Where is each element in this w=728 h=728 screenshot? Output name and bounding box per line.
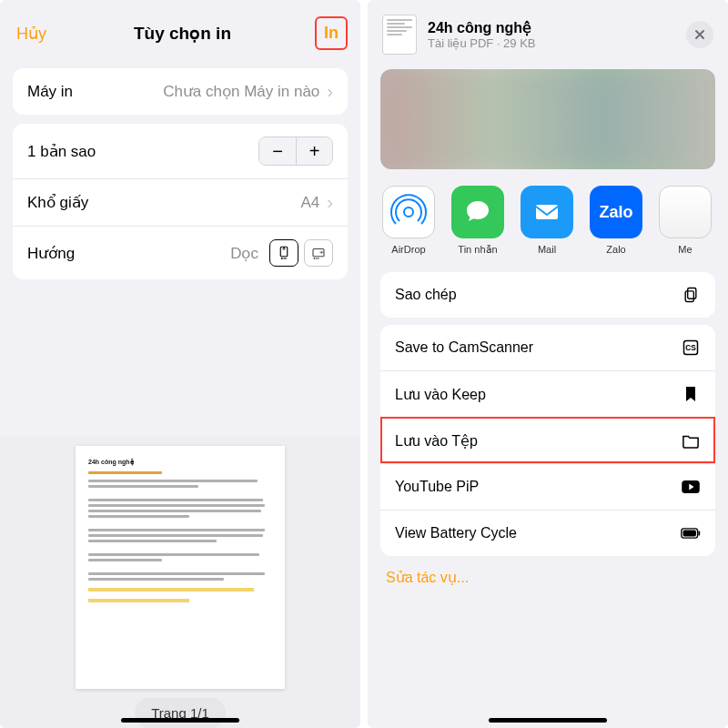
print-preview-area: 24h công nghệ Trang 1/1 — [0, 437, 360, 728]
printer-value: Chưa chọn Máy in nào — [163, 82, 319, 101]
action-label: Lưu vào Keep — [395, 386, 486, 403]
youtube-icon — [681, 477, 701, 497]
action-battery-cycle[interactable]: View Battery Cycle — [380, 510, 715, 556]
action-keep[interactable]: Lưu vào Keep — [380, 370, 715, 417]
camscanner-icon: CS — [681, 338, 701, 358]
more-icon — [659, 186, 712, 238]
printer-row[interactable]: Máy in Chưa chọn Máy in nào › — [13, 68, 348, 115]
share-app-messages[interactable]: Tin nhắn — [450, 186, 506, 256]
action-label: YouTube PiP — [395, 479, 479, 495]
chevron-right-icon: › — [327, 81, 333, 102]
share-app-mail[interactable]: Mail — [519, 186, 575, 256]
close-icon — [694, 29, 705, 40]
home-indicator — [489, 718, 607, 723]
copies-stepper[interactable]: − + — [258, 136, 333, 166]
action-label: Sao chép — [395, 287, 457, 303]
paper-size-row[interactable]: Khổ giấy A4 › — [13, 178, 348, 226]
chevron-right-icon: › — [327, 192, 333, 213]
messages-icon — [451, 186, 504, 238]
print-button[interactable]: In — [318, 20, 344, 46]
copies-minus-button[interactable]: − — [259, 137, 296, 165]
app-label: AirDrop — [379, 244, 439, 255]
copies-label: 1 bản sao — [27, 142, 96, 161]
landscape-icon — [310, 245, 327, 261]
home-indicator — [121, 718, 239, 723]
svg-point-1 — [281, 258, 283, 259]
edit-actions-link[interactable]: Sửa tác vụ... — [368, 556, 728, 599]
svg-rect-13 — [683, 531, 696, 537]
file-thumbnail-icon — [382, 15, 417, 55]
page-indicator: Trang 1/1 — [135, 698, 226, 728]
svg-rect-5 — [536, 205, 558, 219]
svg-point-4 — [404, 207, 413, 217]
cancel-button[interactable]: Hủy — [16, 24, 46, 44]
folder-icon — [681, 430, 701, 450]
orientation-landscape-button[interactable] — [304, 239, 333, 267]
actions-group-1: Sao chép — [380, 272, 715, 318]
app-label: Mail — [517, 244, 577, 255]
airdrop-icon — [382, 186, 435, 238]
share-sheet-screen: 24h công nghệ Tài liệu PDF · 29 KB AirDr… — [368, 0, 728, 728]
share-app-zalo[interactable]: Zalo Zalo — [588, 186, 644, 256]
action-save-to-files[interactable]: Lưu vào Tệp — [380, 417, 715, 463]
action-label: View Battery Cycle — [395, 525, 517, 541]
copy-icon — [681, 285, 701, 305]
app-label: Tin nhắn — [448, 244, 508, 256]
svg-point-3 — [314, 258, 316, 259]
action-youtube-pip[interactable]: YouTube PiP — [380, 463, 715, 510]
orientation-value: Dọc — [230, 244, 258, 263]
file-subtitle: Tài liệu PDF · 29 KB — [428, 36, 675, 50]
document-thumbnail[interactable]: 24h công nghệ — [76, 446, 285, 689]
bookmark-icon — [681, 384, 701, 404]
action-camscanner[interactable]: Save to CamScanner CS — [380, 325, 715, 370]
copies-plus-button[interactable]: + — [296, 137, 332, 165]
content-preview — [380, 69, 715, 169]
app-label: Zalo — [586, 244, 646, 255]
svg-rect-12 — [698, 531, 700, 535]
action-copy[interactable]: Sao chép — [380, 272, 715, 318]
print-settings-group: 1 bản sao − + Khổ giấy A4 › Hướng — [13, 124, 348, 279]
nav-bar: Hủy Tùy chọn in In — [0, 0, 360, 59]
mail-icon — [521, 186, 573, 238]
orientation-portrait-button[interactable] — [269, 239, 298, 267]
paper-size-label: Khổ giấy — [27, 193, 88, 212]
file-title: 24h công nghệ — [428, 19, 675, 36]
share-app-airdrop[interactable]: AirDrop — [380, 186, 437, 256]
paper-size-value: A4 — [301, 194, 320, 212]
orientation-row: Hướng Dọc — [13, 226, 348, 279]
action-label: Save to CamScanner — [395, 339, 533, 356]
orientation-label: Hướng — [27, 244, 75, 263]
printer-group: Máy in Chưa chọn Máy in nào › — [13, 68, 348, 115]
share-apps-row: AirDrop Tin nhắn Mail Zalo Zalo — [368, 169, 728, 265]
printer-label: Máy in — [27, 83, 73, 101]
svg-text:CS: CS — [685, 343, 696, 352]
svg-rect-7 — [685, 291, 693, 302]
share-app-more[interactable]: Me — [657, 186, 713, 256]
thumbnail-title: 24h công nghệ — [88, 459, 272, 466]
app-label: Me — [655, 244, 715, 255]
zalo-icon: Zalo — [590, 186, 642, 238]
actions-group-2: Save to CamScanner CS Lưu vào Keep Lưu v… — [380, 325, 715, 556]
close-button[interactable] — [686, 21, 713, 48]
share-header: 24h công nghệ Tài liệu PDF · 29 KB — [368, 0, 728, 64]
action-label: Lưu vào Tệp — [395, 432, 478, 450]
svg-rect-6 — [688, 288, 696, 299]
nav-title: Tùy chọn in — [134, 23, 231, 44]
battery-icon — [681, 523, 701, 543]
print-options-screen: Hủy Tùy chọn in In Máy in Chưa chọn Máy … — [0, 0, 360, 728]
portrait-icon — [276, 245, 292, 261]
copies-row: 1 bản sao − + — [13, 124, 348, 178]
